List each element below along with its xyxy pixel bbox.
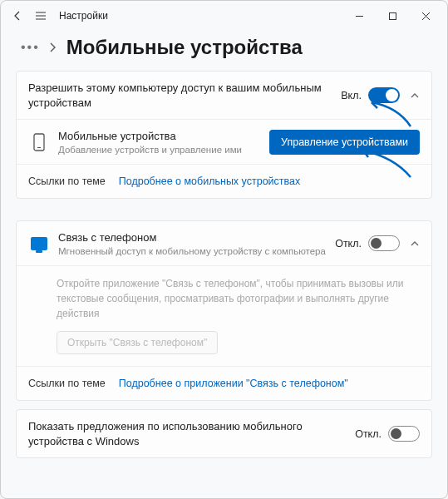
row-phone-link: Связь с телефоном Мгновенный доступ к мо…: [17, 221, 431, 266]
page-header: ••• Мобильные устройства: [1, 31, 447, 71]
chevron-right-icon: [48, 42, 57, 53]
phone-link-toggle[interactable]: [368, 235, 400, 251]
allow-access-state: Вкл.: [341, 90, 362, 101]
card-phone-link: Связь с телефоном Мгновенный доступ к мо…: [16, 220, 432, 401]
suggestions-state: Откл.: [355, 428, 382, 440]
window-controls: [342, 2, 442, 29]
link-more-mobile-devices[interactable]: Подробнее о мобильных устройствах: [119, 175, 300, 187]
app-title: Настройки: [59, 10, 342, 22]
chevron-up-icon[interactable]: [410, 91, 420, 101]
monitor-icon: [28, 237, 50, 250]
mobile-devices-title: Мобильные устройства: [58, 129, 269, 144]
allow-access-label: Разрешить этому компьютеру доступ к ваши…: [28, 81, 341, 110]
row-suggestions: Показать предложения по использованию мо…: [17, 410, 431, 457]
manage-devices-button[interactable]: Управление устройствами: [269, 130, 420, 155]
close-button[interactable]: [409, 2, 442, 29]
svg-rect-0: [389, 12, 396, 19]
breadcrumb-dots-icon[interactable]: •••: [21, 40, 40, 55]
links-row-2: Ссылки по теме Подробнее о приложении "С…: [17, 367, 431, 400]
links-label-1: Ссылки по теме: [28, 175, 106, 187]
settings-window: Настройки ••• Мобильные устройства Разре…: [0, 0, 448, 499]
links-label-2: Ссылки по теме: [28, 378, 106, 389]
phone-link-desc: Откройте приложение "Связь с телефоном",…: [57, 276, 420, 321]
phone-link-sub: Мгновенный доступ к мобильному устройств…: [58, 246, 335, 256]
card-suggestions: Показать предложения по использованию мо…: [16, 409, 432, 458]
phone-link-title: Связь с телефоном: [58, 230, 335, 245]
chevron-up-icon[interactable]: [410, 239, 420, 249]
back-button[interactable]: [6, 4, 29, 27]
link-more-phone-link[interactable]: Подробнее о приложении "Связь с телефоно…: [119, 378, 348, 389]
menu-button[interactable]: [29, 4, 52, 27]
phone-link-expanded: Откройте приложение "Связь с телефоном",…: [17, 266, 431, 367]
phone-icon: [28, 133, 50, 151]
titlebar: Настройки: [1, 1, 447, 31]
row-allow-access: Разрешить этому компьютеру доступ к ваши…: [17, 72, 431, 120]
allow-access-toggle[interactable]: [368, 87, 400, 103]
phone-link-state: Откл.: [335, 238, 362, 250]
suggestions-label: Показать предложения по использованию мо…: [28, 419, 355, 448]
row-mobile-devices: Мобильные устройства Добавление устройст…: [17, 120, 431, 165]
maximize-button[interactable]: [376, 2, 409, 29]
content-area: Разрешить этому компьютеру доступ к ваши…: [1, 71, 447, 498]
minimize-button[interactable]: [342, 2, 376, 29]
card-allow-access: Разрешить этому компьютеру доступ к ваши…: [16, 71, 432, 199]
page-title: Мобильные устройства: [66, 36, 303, 59]
open-phone-link-button[interactable]: Открыть "Связь с телефоном": [57, 331, 218, 354]
suggestions-toggle[interactable]: [388, 426, 420, 442]
mobile-devices-sub: Добавление устройств и управление ими: [58, 145, 269, 155]
links-row-1: Ссылки по теме Подробнее о мобильных уст…: [17, 165, 431, 198]
svg-rect-2: [37, 147, 41, 148]
